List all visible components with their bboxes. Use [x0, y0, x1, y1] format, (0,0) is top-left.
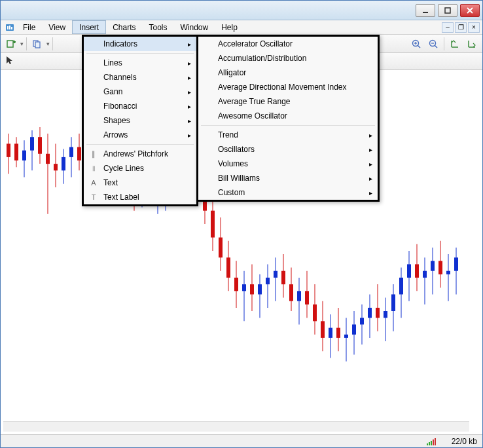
- svg-rect-86: [242, 284, 246, 291]
- menu-label: Accelerator Oscillator: [218, 39, 293, 48]
- close-button[interactable]: [460, 4, 480, 17]
- menu-tools[interactable]: Tools: [143, 20, 174, 34]
- submenu-item-atr[interactable]: Average True Range: [198, 94, 378, 109]
- menu-label: Shapes: [103, 116, 130, 125]
- menu-label: Cycle Lines: [103, 164, 144, 173]
- svg-rect-130: [415, 264, 419, 277]
- pitchfork-icon: ∥: [88, 150, 99, 159]
- maximize-button[interactable]: [438, 4, 457, 17]
- connection-bars-icon: [427, 438, 446, 445]
- mdi-restore-button[interactable]: ❐: [455, 22, 467, 33]
- menu-item-gann[interactable]: Gann▸: [84, 84, 196, 99]
- new-chart-button[interactable]: [3, 37, 19, 51]
- submenu-item-awesome-oscillator[interactable]: Awesome Oscillator: [198, 109, 378, 123]
- mdi-minimize-button[interactable]: –: [442, 22, 454, 33]
- svg-rect-136: [438, 261, 442, 274]
- submenu-arrow-icon: ▸: [188, 132, 191, 139]
- minimize-button[interactable]: [416, 4, 435, 17]
- svg-rect-128: [407, 264, 411, 277]
- app-window: File View Insert Charts Tools Window Hel…: [0, 0, 483, 448]
- mdi-close-button[interactable]: ×: [468, 22, 480, 33]
- svg-rect-98: [289, 284, 293, 301]
- menu-item-text-label[interactable]: TText Label: [84, 190, 196, 204]
- svg-rect-82: [226, 257, 230, 278]
- svg-rect-140: [454, 257, 458, 271]
- menu-label: Andrews' Pitchfork: [103, 149, 168, 159]
- svg-rect-102: [305, 291, 309, 304]
- menubar: File View Insert Charts Tools Window Hel…: [1, 20, 482, 35]
- submenu-arrow-icon: ▸: [369, 175, 372, 182]
- menu-label: Alligator: [218, 68, 246, 77]
- svg-rect-30: [22, 151, 26, 160]
- menu-item-channels[interactable]: Channels▸: [84, 70, 196, 84]
- submenu-arrow-icon: ▸: [188, 103, 191, 110]
- submenu-item-custom[interactable]: Custom▸: [198, 185, 378, 200]
- svg-rect-78: [211, 211, 215, 238]
- submenu-arrow-icon: ▸: [188, 41, 191, 48]
- submenu-item-oscillators[interactable]: Oscillators▸: [198, 142, 378, 157]
- menu-item-cycle-lines[interactable]: ⦀Cycle Lines: [84, 161, 196, 176]
- svg-rect-36: [46, 154, 50, 164]
- profiles-button[interactable]: [29, 37, 45, 51]
- submenu-item-alligator[interactable]: Alligator: [198, 65, 378, 80]
- menu-charts[interactable]: Charts: [106, 20, 142, 34]
- menu-label: Arrows: [103, 130, 128, 140]
- zoom-in-button[interactable]: [408, 37, 424, 51]
- menu-item-indicators[interactable]: Indicators▸: [84, 37, 196, 51]
- svg-marker-24: [7, 56, 12, 64]
- menu-item-lines[interactable]: Lines▸: [84, 56, 196, 70]
- svg-rect-126: [399, 278, 403, 295]
- menu-item-shapes[interactable]: Shapes▸: [84, 113, 196, 128]
- chart-scrollbar[interactable]: [3, 421, 469, 432]
- text-icon: A: [88, 179, 99, 187]
- chart-shift-button[interactable]: [447, 37, 463, 51]
- submenu-arrow-icon: ▸: [188, 60, 191, 67]
- connection-status: 22/0 kb: [452, 437, 477, 446]
- menu-label: Gann: [103, 87, 122, 96]
- menu-item-andrews-pitchfork[interactable]: ∥Andrews' Pitchfork: [84, 147, 196, 161]
- submenu-item-bill-williams[interactable]: Bill Williams▸: [198, 171, 378, 185]
- menu-label: Lines: [103, 58, 122, 67]
- menu-window[interactable]: Window: [174, 20, 215, 34]
- svg-rect-108: [329, 328, 332, 338]
- svg-rect-84: [234, 278, 238, 291]
- svg-rect-28: [14, 143, 18, 160]
- svg-rect-26: [7, 143, 10, 157]
- menu-insert[interactable]: Insert: [72, 20, 106, 34]
- menu-help[interactable]: Help: [215, 20, 244, 34]
- cursor-tool-button[interactable]: [5, 55, 15, 67]
- submenu-item-accelerator-oscillator[interactable]: Accelerator Oscillator: [198, 37, 378, 51]
- svg-rect-7: [11, 27, 12, 29]
- svg-rect-40: [62, 157, 65, 170]
- menu-label: Trend: [218, 130, 238, 140]
- app-icon: [3, 20, 16, 34]
- svg-rect-90: [258, 284, 262, 294]
- svg-rect-96: [281, 271, 285, 284]
- submenu-arrow-icon: ▸: [369, 189, 372, 196]
- menu-item-arrows[interactable]: Arrows▸: [84, 128, 196, 142]
- auto-scroll-button[interactable]: [464, 37, 480, 51]
- zoom-out-button[interactable]: [425, 37, 441, 51]
- menu-label: Average Directional Movement Index: [218, 83, 347, 92]
- submenu-arrow-icon: ▸: [369, 146, 372, 153]
- submenu-item-volumes[interactable]: Volumes▸: [198, 157, 378, 171]
- submenu-item-trend[interactable]: Trend▸: [198, 128, 378, 142]
- menu-item-text[interactable]: AText: [84, 176, 196, 190]
- svg-rect-100: [297, 291, 301, 301]
- submenu-item-adx[interactable]: Average Directional Movement Index: [198, 80, 378, 94]
- submenu-item-accumulation-distribution[interactable]: Accumulation/Distribution: [198, 51, 378, 65]
- svg-line-14: [418, 45, 421, 48]
- svg-rect-112: [344, 335, 348, 338]
- menu-item-fibonacci[interactable]: Fibonacci▸: [84, 99, 196, 113]
- menu-view[interactable]: View: [42, 20, 72, 34]
- svg-rect-12: [35, 42, 40, 48]
- svg-rect-1: [445, 8, 450, 13]
- submenu-arrow-icon: ▸: [188, 88, 191, 96]
- menu-file[interactable]: File: [16, 20, 42, 34]
- menu-label: Channels: [103, 73, 137, 82]
- svg-rect-120: [376, 308, 380, 318]
- svg-rect-38: [54, 164, 58, 170]
- svg-rect-118: [368, 308, 372, 318]
- menu-label: Average True Range: [218, 97, 291, 106]
- menu-label: Text: [103, 178, 118, 187]
